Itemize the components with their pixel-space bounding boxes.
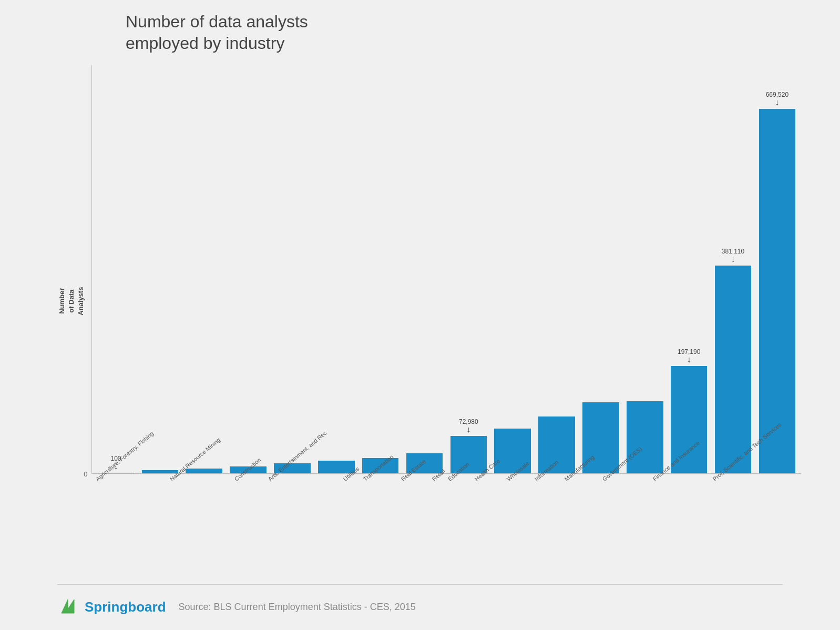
source-text: Source: BLS Current Employment Statistic… — [179, 602, 416, 613]
x-label-wrapper: Agriculture, Forestry, Fishing — [94, 474, 168, 568]
chart-container: Number of data analysts employed by indu… — [57, 1, 783, 579]
bar-wrapper — [182, 65, 226, 473]
x-label-wrapper: Education — [446, 474, 472, 568]
x-label-wrapper: Retail — [431, 474, 445, 568]
annotation-arrow: ↓ — [775, 98, 779, 107]
bar-wrapper — [403, 65, 446, 473]
springboard-icon — [57, 594, 80, 621]
bars-row: 100↓72,980↓197,190↓381,110↓669,520↓ — [92, 65, 802, 473]
bar-annotation: 381,110↓ — [722, 248, 744, 263]
bar-wrapper — [579, 65, 622, 473]
footer: Springboard Source: BLS Current Employme… — [57, 584, 783, 630]
x-label-wrapper: Wholesale — [505, 474, 532, 568]
x-label-wrapper: Prof, Scientific, and Tech Services — [711, 474, 798, 568]
bar-wrapper: 381,110↓ — [712, 65, 755, 473]
x-label-wrapper: Arts, Entertainment, and Rec — [267, 474, 341, 568]
bar-wrapper: 100↓ — [95, 65, 138, 473]
bar-wrapper — [623, 65, 667, 473]
x-label-wrapper: Transportation — [362, 474, 399, 568]
svg-marker-0 — [62, 599, 74, 613]
bar-wrapper — [138, 65, 181, 473]
bar-wrapper — [271, 65, 314, 473]
x-label-wrapper: Finance and Insurance — [651, 474, 710, 568]
bar-annotation: 197,190↓ — [678, 348, 700, 364]
x-label-wrapper: Natural Resource Mining — [168, 474, 232, 568]
grid-and-bars: 0100k200k300k400k500k600k700k 100↓72,980… — [91, 65, 802, 474]
bar-wrapper — [359, 65, 402, 473]
bar — [715, 266, 752, 473]
bar-wrapper: 669,520↓ — [755, 65, 798, 473]
bar-wrapper: 197,190↓ — [668, 65, 711, 473]
x-label-wrapper: Real Estate — [399, 474, 429, 568]
bar — [186, 469, 222, 473]
x-labels: Agriculture, Forestry, FishingNatural Re… — [91, 474, 802, 568]
bar-wrapper — [491, 65, 534, 473]
x-label-wrapper: Utilities — [342, 474, 360, 568]
bar-wrapper — [315, 65, 358, 473]
annotation-arrow: ↓ — [466, 425, 470, 434]
chart-area: Numberof DataAnalysts 0100k200k300k400k5… — [57, 65, 783, 568]
logo-area: Springboard — [57, 594, 166, 621]
annotation-arrow: ↓ — [731, 255, 735, 263]
bar-wrapper: 72,980↓ — [447, 65, 490, 473]
x-label-wrapper: Manufacturing — [563, 474, 600, 568]
bar — [627, 401, 663, 473]
x-label-wrapper: Health Care — [473, 474, 504, 568]
bar-wrapper — [535, 65, 578, 473]
annotation-arrow: ↓ — [687, 355, 691, 364]
bar-wrapper — [227, 65, 270, 473]
y-tick-label: 0 — [84, 470, 87, 477]
x-label-wrapper: Construction — [233, 474, 265, 568]
logo-text: Springboard — [85, 599, 166, 615]
chart-title: Number of data analysts employed by indu… — [126, 11, 783, 55]
bar-annotation: 669,520↓ — [766, 91, 788, 107]
x-label-wrapper: Government (OES) — [601, 474, 650, 568]
plot-area: 0100k200k300k400k500k600k700k 100↓72,980… — [86, 65, 802, 568]
x-label-wrapper: Information — [533, 474, 562, 568]
bar — [759, 109, 796, 473]
bar-annotation: 72,980↓ — [459, 418, 478, 434]
y-axis-label: Numberof DataAnalysts — [57, 34, 86, 568]
